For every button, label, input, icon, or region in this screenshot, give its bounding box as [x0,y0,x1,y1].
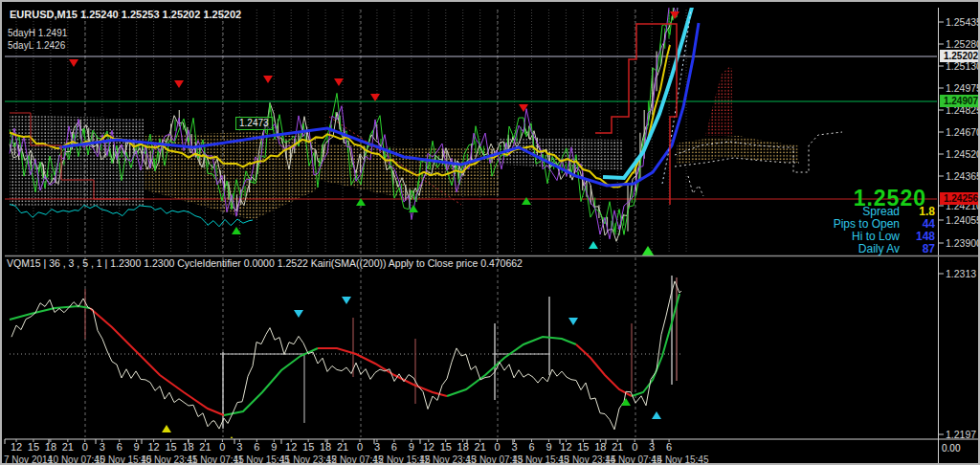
info-row-label: Hi to Low [852,230,900,243]
date-label: 14 Nov 15:45 [652,454,709,465]
hour-label: 18 [594,441,606,453]
date-label: 7 Nov 2014 [4,454,53,465]
info-row-value: 44 [906,217,935,231]
info-row-value: 1.8 [906,205,935,218]
hour-label: 12 [147,441,159,453]
hour-label: 9 [409,441,414,453]
hour-label: 9 [271,441,277,453]
hour-label: 18 [45,441,56,453]
hour-label: 6 [391,441,397,453]
hour-label: 12 [11,441,22,453]
info-row: Daily Av87 [834,242,935,254]
price-tick-label: 1.24670 [946,126,980,138]
indicator-tick-label: 1.2197 [946,429,976,440]
info-row: Spread1.8 [834,205,935,216]
info-row-label: Pips to Open [834,217,900,231]
indicator-corner-value: 0.00 [942,443,960,454]
hour-label: 15 [28,441,39,453]
hour-label: 0 [219,441,225,453]
hour-label: 15 [440,441,452,453]
hour-label: 18 [457,441,469,453]
info-row: Pips to Open44 [834,217,935,229]
hour-label: 3 [100,441,105,453]
price-tick-label: 1.24055 [946,214,980,226]
hour-label: 12 [423,441,434,453]
price-marker-box: 1.24907 [940,95,980,107]
hour-label: 0 [357,441,363,453]
indicator-tick-label: 1.2313 [946,268,976,279]
price-tick-label: 1.25280 [946,38,980,50]
hour-label: 18 [320,441,331,453]
hour-label: 21 [612,441,623,453]
five-day-high-label: 5dayH 1.2491 [8,28,67,38]
hour-label: 0 [632,441,637,453]
chart-title-ohlc: EURUSD,M15 1.25240 1.25253 1.25202 1.252… [10,9,241,20]
hour-label: 15 [165,441,176,453]
info-row: Hi to Low148 [834,230,935,241]
five-day-low-label: 5dayL 1.2426 [8,40,65,51]
hour-label: 6 [666,441,672,453]
price-tick-label: 1.23900 [946,237,980,249]
price-tick-label: 1.25435 [946,16,980,28]
hour-label: 3 [236,441,242,453]
hour-label: 21 [62,441,74,453]
info-row-label: Daily Av [858,242,900,255]
mt4-chart-window: EURUSD,M15 1.25240 1.25253 1.25202 1.252… [0,0,980,465]
hour-label: 0 [495,441,501,453]
price-marker-box: 1.24256 [940,192,980,205]
main-plot-area[interactable] [5,8,937,255]
hour-label: 21 [337,441,348,453]
indicator-window-header: VQM15 | 36 , 3 , 5 , 1 | 1.2300 1.2300 C… [7,257,523,269]
hour-label: 12 [560,441,571,453]
price-tick-label: 1.24365 [946,170,980,182]
hour-label: 12 [285,441,297,453]
hour-label: 21 [475,441,486,453]
price-tag-label: 1.2473 [235,117,273,130]
hour-label: 0 [82,441,88,453]
hour-label: 3 [374,441,380,453]
hour-label: 9 [134,441,140,453]
hour-label: 18 [182,441,193,453]
info-row-value: 148 [906,230,935,243]
hour-label: 9 [546,441,551,453]
hour-label: 3 [649,441,655,453]
info-row-value: 87 [906,242,935,255]
price-tick-label: 1.24975 [946,82,980,94]
sub-plot-area[interactable] [5,257,937,438]
info-row-label: Spread [862,205,900,218]
hour-label: 21 [199,441,211,453]
hour-label: 15 [302,441,314,453]
hour-label: 6 [254,441,259,453]
hour-label: 6 [528,441,534,453]
price-tick-label: 1.24520 [946,148,980,160]
price-marker-box: 1.25202 [940,50,980,62]
market-info-panel: Spread1.8Pips to Open44Hi to Low148Daily… [834,205,935,255]
hour-label: 15 [577,441,589,453]
hour-label: 3 [511,441,517,453]
hour-label: 6 [117,441,122,453]
